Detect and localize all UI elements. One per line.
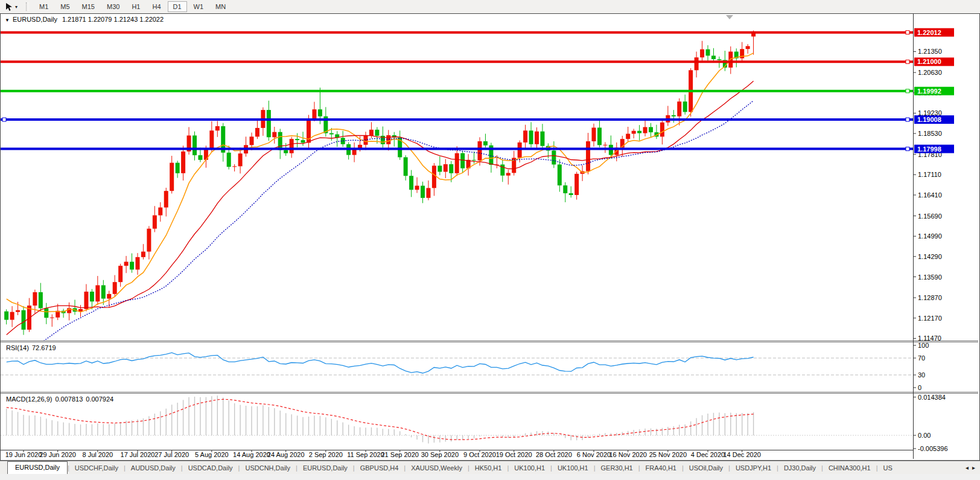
rsi-axis-label: 30 [918,371,925,379]
date-tick-label[interactable]: 5 Aug 2020 [195,451,229,458]
date-tick-label[interactable]: 21 Sep 2020 [381,451,419,458]
macd-axis-label: 0.00 [918,432,931,439]
tab-scroll-right-icon[interactable]: ▸ [972,464,975,471]
tab-usdcad-daily[interactable]: USDCAD,Daily [183,462,238,474]
timeframe-mn[interactable]: MN [210,1,231,12]
toolbar-grip [26,2,29,11]
timeframe-buttons: M1M5M15M30H1H4D1W1MN [33,1,232,12]
price-badge-text: 1.17998 [917,146,941,153]
timeframe-m5[interactable]: M5 [55,1,75,12]
cursor-icon [5,2,13,11]
date-tick-label[interactable]: 14 Dec 2020 [724,451,761,458]
rsi-line [7,353,754,373]
tab-uk100-h1[interactable]: UK100,H1 [552,462,594,474]
tab-fra40-h1[interactable]: FRA40,H1 [640,462,682,474]
timeframe-d1[interactable]: D1 [168,1,187,12]
date-tick-label[interactable]: 2 Sep 2020 [309,451,343,458]
timeframe-m15[interactable]: M15 [77,1,100,12]
macd-axis-label: 0.014384 [918,394,946,401]
date-tick-label[interactable]: 25 Nov 2020 [649,451,687,458]
hline-handle[interactable] [2,118,6,121]
hline-handle[interactable] [906,89,909,93]
macd-main-value: 0.007813 [55,395,83,403]
macd-signal-value: 0.007924 [86,395,113,403]
rsi-axis-label: 0 [918,384,921,391]
macd-axis-label: -0.005396 [918,445,948,452]
top-toolbar: ▾ M1M5M15M30H1H4D1W1MN [0,0,980,14]
price-tick-label: 1.14990 [918,232,942,240]
rsi-label: RSI(14)72.6719 [6,344,59,351]
macd-label: MACD(12,26,9)0.0078130.007924 [6,395,116,403]
chart-shift-marker[interactable] [726,15,733,19]
timeframe-m1[interactable]: M1 [34,1,54,12]
hline-handle[interactable] [906,147,909,151]
rsi-axis-label: 100 [918,342,929,349]
status-bar [0,474,980,480]
hline-handle[interactable] [906,118,909,121]
cursor-dropdown-icon[interactable]: ▾ [15,4,18,10]
timeframe-h4[interactable]: H4 [147,1,166,12]
price-chart[interactable]: 1.213501.206301.199301.192301.185301.178… [1,14,978,459]
tab-eurusd-daily[interactable]: EURUSD,Daily [298,462,353,474]
chart-window: 1.213501.206301.199301.192301.185301.178… [0,13,980,461]
price-tick-label: 1.13590 [918,274,942,281]
candles [4,30,756,334]
price-tick-label: 1.17110 [918,171,941,178]
tab-usoil-daily[interactable]: USOil,Daily [684,462,728,474]
price-tick-label: 1.12170 [918,315,942,322]
date-tick-label[interactable]: 27 Jul 2020 [154,451,189,458]
tab-usdcnh-daily[interactable]: USDCNH,Daily [240,462,296,474]
price-tick-label: 1.15690 [918,213,942,220]
price-tick-label: 1.14290 [918,253,942,260]
cursor-tool-button[interactable]: ▾ [2,2,20,12]
price-tick-label: 1.12870 [918,294,942,301]
hline-handle[interactable] [906,60,909,63]
price-tick-label: 1.11470 [918,334,941,342]
macd-signal-line [7,399,754,440]
date-tick-label[interactable]: 24 Aug 2020 [267,451,305,458]
date-tick-label[interactable]: 14 Aug 2020 [233,451,270,458]
rsi-axis-label: 70 [918,354,925,362]
date-tick-label[interactable]: 29 Jun 2020 [39,451,76,458]
tab-uk100-h1[interactable]: UK100,H1 [509,462,550,474]
date-tick-label[interactable]: 16 Nov 2020 [609,451,647,458]
date-tick-label[interactable]: 8 Jul 2020 [82,451,113,458]
rsi-name: RSI(14) [6,344,29,351]
rsi-value: 72.6719 [32,344,56,351]
collapse-icon[interactable]: ▼ [5,18,10,23]
tab-scroll-left-icon[interactable]: ◂ [966,464,969,471]
tab-eurusd-daily[interactable]: EURUSD,Daily [7,461,68,474]
date-tick-label[interactable]: 19 Oct 2020 [496,451,532,458]
date-tick-label[interactable]: 19 Jun 2020 [5,451,42,458]
tab-hk50-h1[interactable]: HK50,H1 [469,462,508,474]
price-tick-label: 1.20630 [918,69,942,76]
price-badge-text: 1.21000 [917,58,941,65]
date-tick-label[interactable]: 30 Sep 2020 [421,451,459,458]
tab-gbpusd-h4[interactable]: GBPUSD,H4 [355,462,404,474]
tab-china300-h1[interactable]: CHINA300,H1 [823,462,876,474]
price-tick-label: 1.16410 [918,191,942,199]
tab-usdchf-daily[interactable]: USDCHF,Daily [69,462,124,474]
date-tick-label[interactable]: 17 Jul 2020 [121,451,155,458]
tab-us[interactable]: US [877,462,897,474]
date-tick-label[interactable]: 6 Nov 2020 [577,451,611,458]
date-tick-label[interactable]: 9 Oct 2020 [463,451,496,458]
tab-xauusd-weekly[interactable]: XAUUSD,Weekly [406,462,468,474]
chart-tab-bar: EURUSD,Daily|USDCHF,Daily|AUDUSD,Daily|U… [0,461,980,474]
hline-handle[interactable] [906,31,909,34]
price-tick-label: 1.21350 [918,48,942,55]
timeframe-h1[interactable]: H1 [126,1,145,12]
timeframe-w1[interactable]: W1 [188,1,209,12]
tab-dj30-daily[interactable]: DJ30,Daily [778,462,821,474]
macd-histogram [7,395,754,443]
chart-title[interactable]: ▼EURUSD,Daily1.21871 1.22079 1.21243 1.2… [5,16,164,23]
timeframe-m30[interactable]: M30 [101,1,125,12]
date-tick-label[interactable]: 28 Oct 2020 [536,451,572,458]
tab-scroll-arrows: ◂ ▸ [962,462,979,473]
date-tick-label[interactable]: 4 Dec 2020 [691,451,725,458]
date-tick-label[interactable]: 11 Sep 2020 [347,451,384,458]
price-badge-text: 1.19008 [917,116,941,123]
tab-audusd-daily[interactable]: AUDUSD,Daily [126,462,181,474]
tab-usdjpy-h1[interactable]: USDJPY,H1 [730,462,777,474]
tab-ger30-h1[interactable]: GER30,H1 [596,462,638,474]
